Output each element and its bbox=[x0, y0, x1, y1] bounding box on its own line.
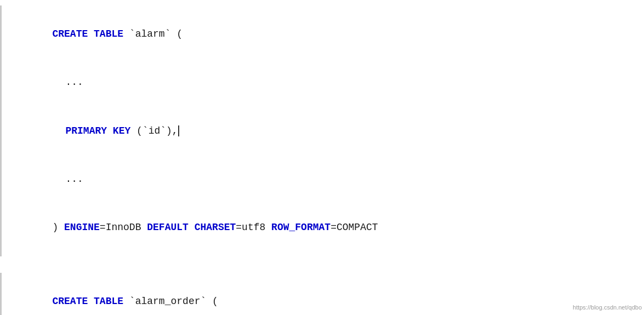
paren: ) bbox=[52, 222, 64, 233]
keyword: CREATE TABLE bbox=[52, 296, 129, 307]
keyword: ENGINE bbox=[64, 222, 100, 233]
ellipsis: ... bbox=[65, 174, 83, 185]
sql-block-1: CREATE TABLE `alarm` ( ... PRIMARY KEY (… bbox=[0, 5, 644, 256]
keyword: CREATE TABLE bbox=[52, 28, 129, 39]
line-content: CREATE TABLE `alarm_order` ( bbox=[2, 278, 218, 315]
code-line: ... bbox=[2, 155, 644, 203]
code-line-engine: ) ENGINE=InnoDB DEFAULT CHARSET=utf8 ROW… bbox=[2, 204, 644, 252]
line-content: ) ENGINE=InnoDB DEFAULT CHARSET=utf8 ROW… bbox=[2, 204, 378, 251]
watermark: https://blog.csdn.net/qdbo bbox=[573, 304, 642, 311]
key-def: (`id`), bbox=[136, 125, 178, 136]
keyword: DEFAULT CHARSET bbox=[147, 222, 236, 233]
code-line: ... bbox=[2, 58, 644, 106]
code-line: CREATE TABLE `alarm_order` ( bbox=[2, 277, 644, 315]
line-content: ... bbox=[2, 156, 83, 203]
engine-val: =InnoDB bbox=[100, 222, 147, 233]
sql-block-2: CREATE TABLE `alarm_order` ( ... PRIMARY… bbox=[0, 273, 644, 315]
rowformat-val: =COMPACT bbox=[330, 222, 378, 233]
line-content: ... bbox=[2, 59, 83, 106]
charset-val: =utf8 bbox=[236, 222, 271, 233]
code-container: CREATE TABLE `alarm` ( ... PRIMARY KEY (… bbox=[0, 0, 644, 315]
text-cursor bbox=[178, 125, 179, 136]
table-name: `alarm_order` ( bbox=[129, 296, 218, 307]
code-line-primary-key: PRIMARY KEY (`id`), bbox=[2, 107, 644, 155]
line-content: PRIMARY KEY (`id`), bbox=[2, 107, 179, 154]
ellipsis: ... bbox=[65, 77, 83, 88]
code-line: CREATE TABLE `alarm` ( bbox=[2, 10, 644, 58]
line-content: CREATE TABLE `alarm` ( bbox=[2, 10, 183, 58]
keyword: PRIMARY KEY bbox=[65, 125, 136, 136]
table-name: `alarm` ( bbox=[129, 28, 183, 39]
keyword: ROW_FORMAT bbox=[271, 222, 330, 233]
